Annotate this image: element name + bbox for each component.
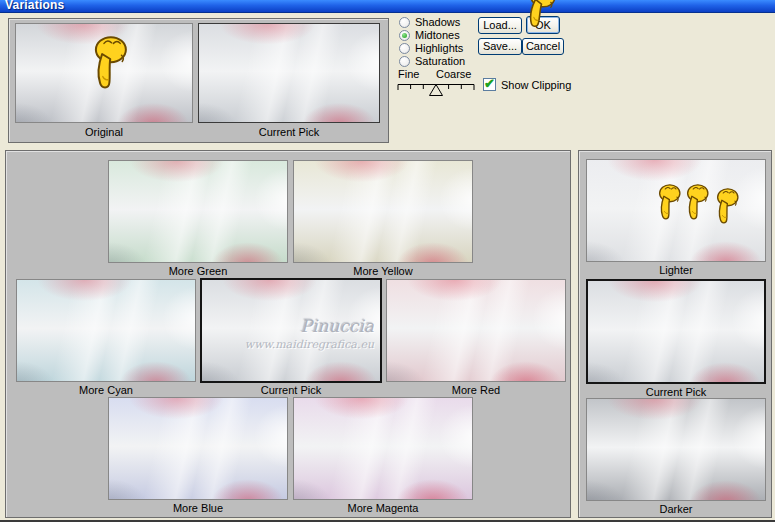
variation-more-yellow[interactable] bbox=[293, 160, 473, 263]
more-green-label: More Green bbox=[108, 265, 288, 277]
hand-pointing-down-icon bbox=[89, 35, 129, 93]
radio-highlights-icon[interactable] bbox=[399, 43, 410, 54]
hand-pointing-down-icon bbox=[521, 0, 558, 33]
show-clipping-label: Show Clipping bbox=[501, 79, 571, 91]
radio-midtones-label: Midtones bbox=[415, 29, 460, 41]
variation-more-blue[interactable] bbox=[108, 397, 288, 500]
current-pick-thumbnail-top[interactable] bbox=[198, 23, 380, 123]
watermark-name: Pinuccia bbox=[245, 316, 374, 336]
variation-more-green[interactable] bbox=[108, 160, 288, 263]
preview-panel: Original Current Pick bbox=[8, 18, 389, 143]
more-magenta-label: More Magenta bbox=[293, 502, 473, 514]
variation-current-pick[interactable]: Pinuccia www.maidiregrafica.eu bbox=[200, 278, 382, 383]
more-red-label: More Red bbox=[386, 384, 566, 396]
hand-pointing-down-icon bbox=[683, 182, 710, 224]
slider-thumb-triangle bbox=[430, 85, 443, 96]
radio-saturation-label: Saturation bbox=[415, 55, 465, 67]
watermark-url: www.maidiregrafica.eu bbox=[245, 338, 374, 351]
variation-more-magenta[interactable] bbox=[293, 397, 473, 500]
radio-midtones-icon[interactable] bbox=[399, 30, 410, 41]
titlebar[interactable]: Variations bbox=[0, 0, 775, 13]
current-pick-label-right: Current Pick bbox=[586, 386, 766, 398]
radio-highlights-label: Highlights bbox=[415, 42, 463, 54]
radio-shadows-icon[interactable] bbox=[399, 17, 410, 28]
radio-shadows-label: Shadows bbox=[415, 16, 460, 28]
lighter-label: Lighter bbox=[586, 264, 766, 276]
current-pick-label-grid: Current Pick bbox=[200, 384, 382, 396]
darker-label: Darker bbox=[586, 503, 766, 515]
current-pick-label-top: Current Pick bbox=[198, 126, 380, 138]
slider-fine-label: Fine bbox=[398, 68, 419, 80]
show-clipping-checkbox[interactable]: ✔ bbox=[483, 78, 496, 91]
variations-dialog: Variations Original Current Pick Shadows… bbox=[0, 0, 775, 522]
original-label: Original bbox=[15, 126, 193, 138]
watermark: Pinuccia www.maidiregrafica.eu bbox=[245, 316, 374, 351]
hand-pointing-down-icon bbox=[655, 182, 682, 224]
more-yellow-label: More Yellow bbox=[293, 265, 473, 277]
variation-grid-panel: More Green More Yellow More Cyan Pinucci… bbox=[5, 150, 571, 518]
slider-coarse-label: Coarse bbox=[436, 68, 471, 80]
window-title: Variations bbox=[5, 0, 64, 12]
brightness-panel: Lighter Current Pick Darker bbox=[578, 150, 772, 518]
variation-more-red[interactable] bbox=[386, 279, 566, 382]
variation-more-cyan[interactable] bbox=[16, 279, 196, 382]
load-button[interactable]: Load... bbox=[478, 17, 522, 34]
more-cyan-label: More Cyan bbox=[16, 384, 196, 396]
variation-lighter[interactable] bbox=[586, 159, 766, 262]
hand-pointing-down-icon bbox=[713, 186, 740, 228]
cancel-button[interactable]: Cancel bbox=[522, 38, 564, 55]
fine-coarse-slider[interactable] bbox=[397, 80, 475, 97]
current-pick-thumbnail-right[interactable] bbox=[586, 279, 766, 384]
variation-darker[interactable] bbox=[586, 398, 766, 501]
save-button[interactable]: Save... bbox=[478, 38, 522, 55]
more-blue-label: More Blue bbox=[108, 502, 288, 514]
radio-saturation-icon[interactable] bbox=[399, 56, 410, 67]
checkmark-icon: ✔ bbox=[484, 76, 495, 91]
